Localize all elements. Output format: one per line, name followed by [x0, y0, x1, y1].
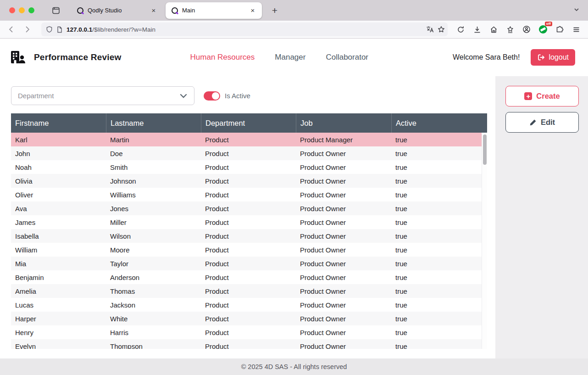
create-button[interactable]: + Create	[505, 86, 579, 106]
table-cell: true	[391, 188, 482, 201]
table-row[interactable]: WilliamMooreProductProduct Ownertrue	[11, 243, 482, 257]
table-cell: Amelia	[11, 284, 106, 298]
url-path: /$lib/renderer/?w=Main	[92, 26, 155, 33]
table-cell: true	[391, 201, 482, 215]
table-cell: true	[391, 229, 482, 243]
table-row[interactable]: AvaJonesProductProduct Ownertrue	[11, 201, 482, 215]
table-cell: true	[391, 312, 482, 325]
close-tab-icon[interactable]: ×	[149, 6, 158, 15]
table-row[interactable]: NoahSmithProductProduct Ownertrue	[11, 160, 482, 174]
minimize-window-button[interactable]	[19, 7, 25, 13]
new-tab-button[interactable]: +	[268, 4, 281, 17]
main-nav: Human Resources Manager Collaborator	[190, 53, 369, 62]
reload-icon[interactable]	[453, 22, 468, 36]
list-all-tabs-chevron-icon[interactable]	[573, 6, 580, 15]
translate-icon[interactable]	[426, 26, 434, 33]
table-cell: Product Owner	[296, 270, 391, 284]
url-text[interactable]: 127.0.0.1/$lib/renderer/?w=Main	[67, 26, 422, 33]
column-header-job[interactable]: Job	[296, 113, 391, 133]
adblock-off-badge: off	[545, 22, 552, 26]
table-cell: Isabella	[11, 229, 106, 243]
tab-qodly-studio[interactable]: Qodly Studio ×	[71, 2, 163, 19]
table-row[interactable]: JohnDoeProductProduct Ownertrue	[11, 146, 482, 160]
toggle-knob	[212, 92, 219, 100]
header-right: Welcome Sara Beth! logout	[453, 49, 575, 66]
table-row[interactable]: HarperWhiteProductProduct Ownertrue	[11, 312, 482, 325]
table-cell: Wilson	[106, 229, 201, 243]
table-cell: Product	[201, 215, 296, 229]
nav-human-resources[interactable]: Human Resources	[190, 53, 255, 62]
adblock-extension-icon[interactable]: off	[536, 22, 550, 36]
url-host: 127.0.0.1	[67, 26, 92, 33]
employees-table: Firstname Lastname Department Job Active…	[11, 113, 487, 349]
table-row[interactable]: IsabellaWilsonProductProduct Ownertrue	[11, 229, 482, 243]
maximize-window-button[interactable]	[28, 7, 34, 13]
table-row[interactable]: OliverWilliamsProductProduct Ownertrue	[11, 188, 482, 201]
account-icon[interactable]	[519, 22, 534, 36]
table-cell: Product	[201, 188, 296, 201]
table-cell: Product Owner	[296, 243, 391, 257]
table-row[interactable]: LucasJacksonProductProduct Ownertrue	[11, 298, 482, 312]
main-area: Department Is Active Firstname Lastname	[0, 76, 588, 358]
column-header-firstname[interactable]: Firstname	[11, 113, 106, 133]
page-icon[interactable]	[56, 26, 63, 33]
table-cell: Evelyn	[11, 339, 106, 349]
table-cell: Jones	[106, 201, 201, 215]
close-window-button[interactable]	[9, 7, 15, 13]
nav-collaborator[interactable]: Collaborator	[326, 53, 368, 62]
scrollbar-thumb[interactable]	[483, 134, 487, 165]
table-cell: Williams	[106, 188, 201, 201]
copyright-text: © 2025 4D SAS - All rights reserved	[241, 363, 347, 370]
pencil-icon	[529, 119, 537, 126]
table-scrollbar[interactable]	[482, 134, 487, 349]
plus-square-icon: +	[524, 92, 532, 100]
bookmarks-icon[interactable]	[503, 22, 517, 36]
table-cell: true	[391, 160, 482, 174]
table-row[interactable]: EvelynThompsonProductProduct Ownertrue	[11, 339, 482, 349]
table-cell: Product	[201, 133, 296, 146]
table-cell: Product	[201, 229, 296, 243]
table-cell: Moore	[106, 243, 201, 257]
table-cell: Miller	[106, 215, 201, 229]
table-row[interactable]: JamesMillerProductProduct Ownertrue	[11, 215, 482, 229]
qodly-favicon-icon	[77, 7, 84, 14]
filter-row: Department Is Active	[11, 86, 495, 105]
column-header-active[interactable]: Active	[391, 113, 487, 133]
table-cell: Product Owner	[296, 188, 391, 201]
is-active-toggle[interactable]	[204, 91, 220, 101]
column-header-lastname[interactable]: Lastname	[106, 113, 201, 133]
adblock-logo	[539, 25, 547, 34]
table-cell: true	[391, 325, 482, 339]
logout-button[interactable]: logout	[531, 49, 575, 66]
page-title: Performance Review	[34, 52, 122, 62]
table-row[interactable]: BenjaminAndersonProductProduct Ownertrue	[11, 270, 482, 284]
close-tab-icon[interactable]: ×	[248, 6, 257, 15]
table-cell: Ava	[11, 201, 106, 215]
table-cell: Product	[201, 160, 296, 174]
extensions-puzzle-icon[interactable]	[552, 22, 567, 36]
firefox-view-icon[interactable]	[49, 4, 63, 17]
department-select[interactable]: Department	[11, 86, 194, 105]
table-row[interactable]: MiaTaylorProductProduct Ownertrue	[11, 257, 482, 270]
column-header-department[interactable]: Department	[201, 113, 296, 133]
home-icon[interactable]	[486, 22, 501, 36]
table-row[interactable]: HenryHarrisProductProduct Ownertrue	[11, 325, 482, 339]
table-cell: Product Owner	[296, 174, 391, 188]
table-row[interactable]: KarlMartinProductProduct Managertrue	[11, 133, 482, 146]
table-cell: Product Owner	[296, 257, 391, 270]
window-controls	[9, 7, 34, 13]
tab-label: Main	[182, 7, 244, 14]
table-cell: Benjamin	[11, 270, 106, 284]
edit-button[interactable]: Edit	[505, 112, 579, 133]
bookmark-star-icon[interactable]	[438, 26, 445, 33]
nav-manager[interactable]: Manager	[275, 53, 305, 62]
shield-icon[interactable]	[46, 26, 53, 33]
table-row[interactable]: AmeliaThomasProductProduct Ownertrue	[11, 284, 482, 298]
tab-main[interactable]: Main ×	[166, 2, 262, 19]
table-row[interactable]: OliviaJohnsonProductProduct Ownertrue	[11, 174, 482, 188]
url-bar[interactable]: 127.0.0.1/$lib/renderer/?w=Main	[41, 22, 448, 36]
forward-icon[interactable]	[20, 22, 34, 36]
download-icon[interactable]	[470, 22, 484, 36]
back-icon[interactable]	[5, 22, 18, 36]
menu-hamburger-icon[interactable]	[569, 22, 583, 36]
